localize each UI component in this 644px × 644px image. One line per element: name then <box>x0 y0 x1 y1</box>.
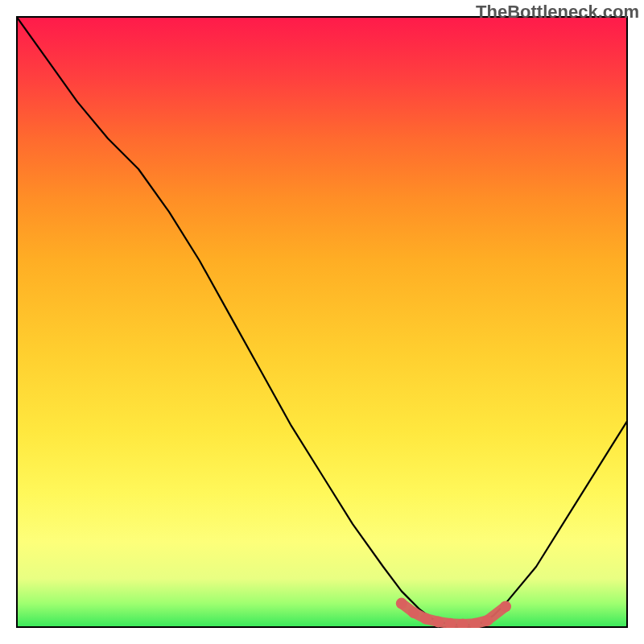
marker-dot <box>432 616 444 627</box>
line-chart-svg <box>16 16 628 628</box>
marker-dot <box>500 601 511 612</box>
chart-container: TheBottleneck.com <box>0 0 644 644</box>
marker-dot <box>481 615 493 626</box>
marker-dot <box>396 598 407 609</box>
watermark-text: TheBottleneck.com <box>476 2 639 23</box>
marker-dot <box>420 613 431 625</box>
bottleneck-curve <box>16 16 628 625</box>
marker-dot <box>408 607 419 618</box>
